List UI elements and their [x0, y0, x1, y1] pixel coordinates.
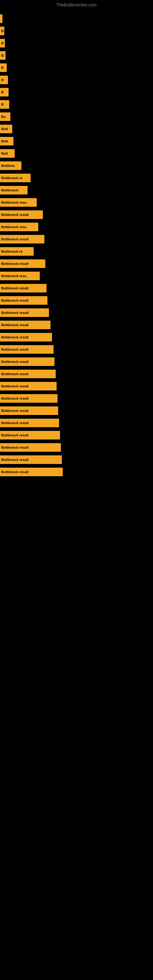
bar-item: Bott	[0, 137, 13, 145]
bar-label: Bottleneck result	[1, 445, 29, 449]
bar-label: B	[1, 54, 4, 57]
bar-item: Bottleneck result	[0, 431, 60, 439]
bar-label: Bottleneck result	[1, 286, 29, 290]
bar-item: Bottleneck result	[0, 235, 45, 243]
bar-item: Bottleneck result	[0, 210, 43, 219]
bar-item: B	[0, 64, 7, 72]
bar-item: Bottleneck resu	[0, 272, 40, 280]
bar-row: Bottleneck result	[0, 307, 153, 318]
bar-row: B	[0, 99, 153, 110]
bar-row: Bottleneck result	[0, 282, 153, 294]
bar-item: Bo	[0, 112, 10, 121]
bar-row: Bottleneck resu	[0, 221, 153, 233]
bar-row: Bottleneck result	[0, 344, 153, 355]
bar-label: Bottleneck re	[1, 250, 22, 253]
bar-row: Bottleneck re	[0, 172, 153, 184]
bar-item: Bottleneck result	[0, 321, 51, 329]
bar-item: Bott	[0, 149, 15, 158]
bar-row: Bo	[0, 111, 153, 123]
bar-label: Bottleneck result	[1, 213, 29, 216]
bar-label: Bottleneck result	[1, 348, 29, 351]
bar-row: Bott	[0, 123, 153, 135]
bar-label: Bottleneck result	[1, 311, 29, 315]
bar-row: B	[0, 49, 153, 61]
bar-label: Bottleneck result	[1, 299, 29, 302]
bar-row	[0, 13, 153, 24]
bar-label: Bottleneck result	[1, 335, 29, 339]
bar-item: Bottlene	[0, 161, 21, 170]
bar-row: B	[0, 74, 153, 86]
bar-row: Bottleneck result	[0, 319, 153, 331]
bar-item: Bottleneck	[0, 186, 27, 194]
bar-label: Bottleneck result	[1, 470, 29, 474]
bar-item: Bottleneck result	[0, 284, 46, 293]
bars-container: BBBBBBBBoBottBottBottBottleneBottleneck …	[0, 10, 153, 481]
bar-item: Bott	[0, 125, 12, 133]
bar-label: Bottleneck result	[1, 421, 29, 425]
bar-item: B	[0, 51, 5, 60]
bar-row: Bottleneck result	[0, 454, 153, 466]
bar-item: B	[0, 88, 9, 97]
bar-item: Bottleneck result	[0, 394, 57, 403]
bar-label: Bottleneck result	[1, 409, 29, 412]
bar-label: Bottleneck resu	[1, 225, 27, 229]
bar-label: B	[1, 90, 4, 94]
bar-row: Bottleneck result	[0, 368, 153, 380]
bar-item	[0, 14, 2, 23]
bar-label: Bottleneck resu	[1, 274, 27, 278]
bar-item: Bottleneck result	[0, 333, 52, 342]
bar-row: Bott	[0, 148, 153, 159]
bar-item: Bottleneck resu	[0, 223, 38, 231]
bar-label: Bottleneck re	[1, 176, 22, 180]
bar-row: Bottleneck result	[0, 258, 153, 269]
bar-label: Bottleneck result	[1, 360, 29, 364]
bar-item: Bottleneck result	[0, 455, 62, 464]
bar-label: B	[1, 66, 4, 70]
bar-row: Bottleneck	[0, 185, 153, 196]
bar-label: Bottleneck result	[1, 384, 29, 388]
bar-row: Bottleneck re	[0, 246, 153, 257]
bar-row: B	[0, 86, 153, 98]
bar-item: Bottleneck result	[0, 418, 59, 427]
bar-label: Bottleneck result	[1, 237, 29, 241]
bar-label: B	[1, 41, 4, 45]
bar-row: Bottlene	[0, 160, 153, 172]
bar-row: Bottleneck result	[0, 417, 153, 429]
bar-row: Bottleneck result	[0, 405, 153, 417]
bar-row: Bott	[0, 135, 153, 147]
bar-label: Bott	[1, 139, 8, 143]
bar-item: Bottleneck result	[0, 370, 56, 378]
bar-label: Bottleneck result	[1, 372, 29, 376]
bar-row: Bottleneck result	[0, 430, 153, 441]
bar-item: Bottleneck re	[0, 247, 33, 256]
bar-row: Bottleneck result	[0, 442, 153, 453]
bar-label: Bott	[1, 151, 8, 155]
bar-row: Bottleneck result	[0, 356, 153, 368]
bar-label: Bottleneck	[1, 188, 18, 192]
bar-label: Bottleneck result	[1, 396, 29, 400]
bar-row: Bottleneck result	[0, 331, 153, 343]
bar-row: B	[0, 25, 153, 37]
bar-label: Bottlene	[1, 164, 15, 167]
bar-item: B	[0, 100, 9, 109]
bar-row: Bottleneck resu	[0, 197, 153, 208]
bar-label: Bottleneck result	[1, 458, 29, 461]
bar-item: B	[0, 76, 8, 84]
bar-item: Bottleneck result	[0, 357, 54, 366]
bar-item: B	[0, 27, 4, 35]
bar-row: Bottleneck result	[0, 233, 153, 245]
bar-label: Bottleneck resu	[1, 200, 27, 204]
bar-label: Bottleneck result	[1, 262, 29, 266]
bar-item: Bottleneck result	[0, 309, 49, 317]
bar-item: Bottleneck re	[0, 173, 30, 182]
bar-label: Bott	[1, 127, 8, 131]
bar-item: Bottleneck result	[0, 296, 48, 305]
bar-label: Bottleneck result	[1, 323, 29, 327]
bar-item: Bottleneck result	[0, 345, 54, 354]
bar-label: B	[1, 78, 4, 82]
bar-row: Bottleneck result	[0, 393, 153, 404]
bar-item: Bottleneck result	[0, 382, 57, 390]
bar-label: Bottleneck result	[1, 433, 29, 437]
bar-row: B	[0, 37, 153, 49]
site-title: TheBottlenecker.com	[0, 0, 153, 10]
